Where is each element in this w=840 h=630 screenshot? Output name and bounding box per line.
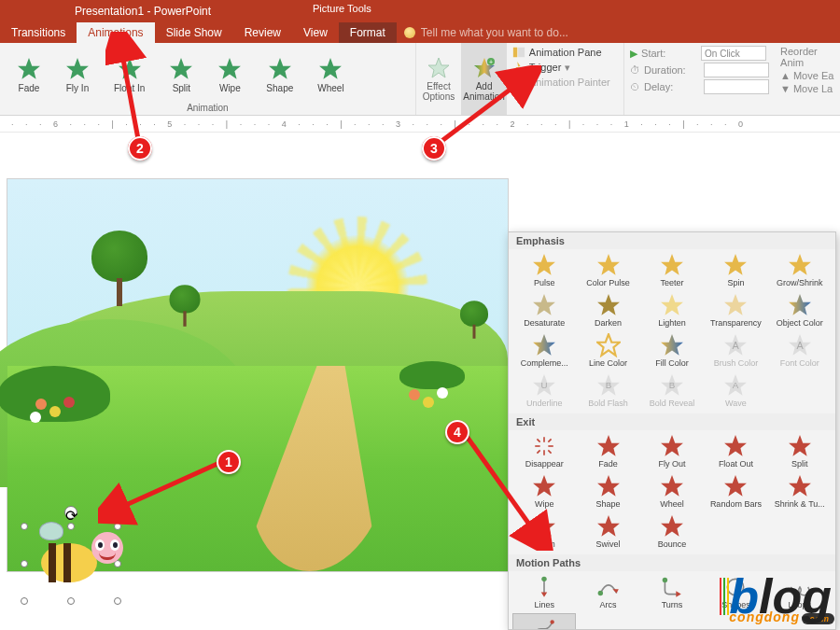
- timing-group: ▶ Start: On Click ⏱ Duration: ⏲ Delay:: [624, 43, 775, 115]
- svg-text:B: B: [669, 380, 676, 390]
- emph-brushcolor: ABrush Color: [704, 331, 767, 370]
- delay-input[interactable]: [704, 79, 769, 94]
- svg-marker-63: [541, 592, 548, 596]
- anim-shape[interactable]: Shape: [266, 57, 293, 93]
- emph-teeter[interactable]: Teeter: [640, 251, 704, 289]
- resize-handle[interactable]: [67, 523, 75, 530]
- emphasis-header: Emphasis: [509, 232, 835, 249]
- resize-handle[interactable]: [114, 597, 121, 605]
- svg-point-64: [597, 591, 602, 595]
- exit-split[interactable]: Split: [768, 432, 832, 470]
- emph-desaturate[interactable]: Desaturate: [512, 291, 576, 329]
- exit-fade[interactable]: Fade: [576, 432, 639, 470]
- svg-marker-16: [533, 254, 555, 275]
- exit-bounce[interactable]: Bounce: [640, 512, 704, 551]
- delay-label: Delay:: [644, 81, 700, 92]
- emph-fillcolor[interactable]: Fill Color: [640, 331, 704, 370]
- svg-line-80: [466, 435, 541, 541]
- emph-objectcolor[interactable]: Object Color: [768, 291, 832, 329]
- duration-label: Duration:: [644, 64, 700, 76]
- svg-marker-5: [269, 58, 291, 79]
- svg-marker-54: [597, 475, 620, 497]
- watermark-logo: blog congdong.com: [729, 580, 834, 624]
- emph-spin[interactable]: Spin: [704, 251, 767, 289]
- svg-point-62: [541, 577, 546, 581]
- svg-marker-51: [724, 435, 747, 456]
- exit-floatout[interactable]: Float Out: [704, 432, 767, 470]
- arrow-2: [105, 32, 152, 144]
- tab-transitions[interactable]: Transitions: [0, 22, 77, 43]
- move-earlier-button[interactable]: ▲Move Ea: [780, 69, 836, 82]
- svg-rect-11: [513, 48, 517, 58]
- exit-swivel[interactable]: Swivel: [576, 512, 639, 551]
- start-label: Start:: [641, 48, 697, 59]
- exit-header: Exit: [509, 413, 835, 430]
- svg-marker-21: [533, 294, 555, 315]
- bulb-icon: [404, 27, 415, 38]
- emph-growshrink[interactable]: Grow/Shrink: [768, 251, 832, 289]
- svg-marker-60: [661, 515, 683, 537]
- exit-flyout[interactable]: Fly Out: [640, 432, 704, 470]
- svg-marker-0: [18, 58, 40, 79]
- animation-gallery-group: Fade Fly In Float In Split Wipe Shape: [0, 43, 416, 115]
- animation-pane-button[interactable]: Animation Pane: [512, 45, 618, 60]
- callout-1: 1: [217, 450, 241, 474]
- selected-image-bee[interactable]: ⟳: [24, 526, 118, 601]
- emph-colorpulse[interactable]: Color Pulse: [576, 251, 639, 289]
- resize-handle[interactable]: [21, 597, 28, 605]
- emph-linecolor[interactable]: Line Color: [576, 331, 639, 370]
- motion-lines[interactable]: Lines: [512, 573, 576, 611]
- svg-marker-18: [661, 254, 683, 275]
- exit-wheel[interactable]: Wheel: [640, 472, 704, 511]
- emph-darken[interactable]: Darken: [576, 291, 639, 329]
- svg-text:A: A: [733, 340, 740, 351]
- tab-format[interactable]: Format: [339, 22, 397, 43]
- svg-marker-26: [533, 334, 555, 356]
- arrow-4: [462, 429, 555, 551]
- title-bar: Presentation1 - PowerPoint: [0, 0, 840, 22]
- motion-arcs[interactable]: Arcs: [576, 573, 639, 611]
- emph-pulse[interactable]: Pulse: [512, 251, 576, 289]
- anim-wipe[interactable]: Wipe: [217, 57, 242, 93]
- resize-handle[interactable]: [67, 597, 75, 605]
- move-later-button[interactable]: ▼Move La: [780, 82, 836, 95]
- animation-gallery[interactable]: Fade Fly In Float In Split Wipe Shape: [0, 43, 415, 103]
- reorder-group: Reorder Anim ▲Move Ea ▼Move La: [775, 43, 840, 115]
- emph-boldreveal: BBold Reveal: [640, 371, 704, 410]
- resize-handle[interactable]: [21, 560, 28, 567]
- duration-input[interactable]: [704, 63, 769, 77]
- svg-marker-28: [661, 334, 683, 356]
- tab-slideshow[interactable]: Slide Show: [155, 22, 233, 43]
- anim-wheel[interactable]: Wheel: [317, 57, 343, 93]
- resize-handle[interactable]: [21, 523, 28, 530]
- exit-shrinkturn[interactable]: Shrink & Tu...: [768, 472, 832, 511]
- svg-marker-17: [597, 254, 620, 275]
- exit-grid: Disappear Fade Fly Out Float Out Split W…: [509, 430, 835, 554]
- exit-shape[interactable]: Shape: [576, 472, 639, 511]
- svg-text:U: U: [541, 380, 548, 390]
- motion-custompath[interactable]: Custom Path: [512, 613, 576, 630]
- tell-me[interactable]: Tell me what you want to do...: [397, 22, 568, 43]
- svg-marker-52: [789, 435, 811, 456]
- start-select[interactable]: On Click: [701, 46, 766, 61]
- anim-split[interactable]: Split: [169, 57, 193, 93]
- svg-marker-4: [218, 58, 241, 79]
- svg-marker-23: [661, 294, 683, 315]
- emph-complementary[interactable]: Compleme...: [512, 331, 576, 370]
- exit-randombars[interactable]: Random Bars: [704, 472, 767, 511]
- svg-marker-27: [597, 334, 620, 356]
- svg-rect-12: [518, 48, 525, 58]
- emph-transparency[interactable]: Transparency: [704, 291, 767, 329]
- motion-turns[interactable]: Turns: [640, 573, 704, 611]
- svg-marker-50: [661, 435, 683, 456]
- svg-point-66: [663, 578, 667, 582]
- emph-lighten[interactable]: Lighten: [640, 291, 704, 329]
- anim-flyin[interactable]: Fly In: [65, 57, 90, 93]
- slide-canvas[interactable]: ⟳: [7, 179, 508, 571]
- tab-view[interactable]: View: [292, 22, 339, 43]
- animation-group-label: Animation: [0, 103, 415, 115]
- rotate-handle[interactable]: ⟳: [64, 506, 77, 519]
- tab-review[interactable]: Review: [233, 22, 292, 43]
- anim-fade[interactable]: Fade: [17, 57, 41, 93]
- svg-point-70: [551, 620, 554, 623]
